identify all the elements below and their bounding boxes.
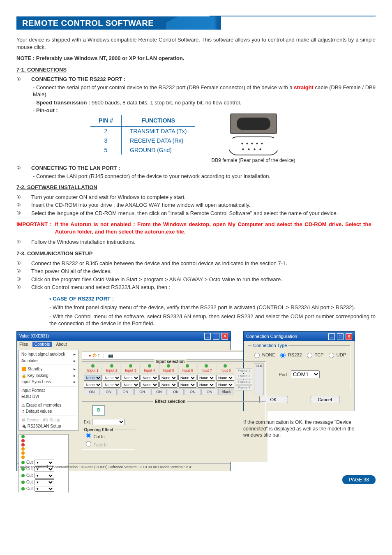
menu-controls[interactable]: Controls [32, 342, 52, 347]
connection-config-window: Connection Configuration _ □ X Connectio… [243, 331, 355, 411]
radio-tcp [307, 353, 312, 358]
cc-title: Connection Configuration [246, 333, 297, 340]
input-selection-group: Input selection Input 1 Input 2 Input 3 … [82, 361, 266, 397]
new-icon[interactable]: ▫ [84, 353, 85, 358]
page-number-badge: PAGE 38 [342, 475, 376, 484]
db9-diagram-icon: ●●●●● ●●●● [228, 136, 279, 155]
input-4[interactable]: Input 4 [141, 363, 159, 374]
note-line: NOTE : Preferably use Windows NT, 2000 o… [16, 55, 376, 62]
pin-header-pin: PIN # [90, 115, 122, 126]
rs232-line1: - Connect the serial port of your contro… [33, 84, 376, 98]
opening-effect-group: Opening Effect Cut In Fade In [82, 430, 135, 450]
bullet-num: ① [16, 76, 31, 83]
cancel-button[interactable]: Cancel [311, 396, 339, 403]
menu-bar: Files Controls About [17, 341, 231, 349]
record-icon[interactable]: ● [89, 353, 91, 358]
rs232-line3: - Pin-out : [33, 107, 376, 114]
case-rs232-title: • CASE OF RS232 PORT : [49, 295, 376, 303]
heading-7-1: 7-1. CONNECTIONS [16, 66, 376, 74]
effect-selection-group: Effect selection B Ext. [82, 401, 266, 427]
menu-files[interactable]: Files [19, 342, 28, 347]
close-icon[interactable]: X [221, 333, 228, 340]
important-note: IMPORTANT : If the Autorun is not enable… [16, 221, 376, 235]
effect-b-button[interactable]: B [92, 405, 105, 416]
connector-photo-icon [230, 113, 277, 134]
pin-table: PIN # FUNCTIONS 2TRANSMIT DATA (Tx) 3REC… [90, 115, 195, 155]
link-icon[interactable]: ⇆ [97, 353, 99, 358]
input-5[interactable]: Input 5 [159, 363, 178, 374]
close-icon[interactable]: X [346, 333, 352, 340]
sub-heading-lan: CONNECTING TO THE LAN PORT : [31, 164, 376, 172]
rs232-line2: - Speed transmission : 9600 bauds, 8 dat… [33, 99, 376, 106]
fade-in-radio [86, 441, 91, 446]
section-title: REMOTE CONTROL SOFTWARE [16, 16, 166, 30]
radio-rs232 [280, 353, 286, 358]
menu-about[interactable]: About [56, 342, 67, 347]
pin-header-fn: FUNCTIONS [122, 115, 195, 126]
ext-select[interactable] [92, 419, 125, 425]
port-select[interactable]: COM1 [291, 370, 320, 378]
maximize-icon[interactable]: □ [337, 333, 344, 340]
connection-type-group: Connection Type NONE RS232 TCP UDP Port … [248, 345, 350, 390]
maximize-icon[interactable]: □ [213, 333, 219, 340]
cut-in-radio [86, 433, 91, 438]
minimize-icon[interactable]: _ [204, 333, 211, 340]
case-rs232-l2: - With the Control menu of the software,… [49, 313, 376, 327]
software-main-window: Value (OXE831) _ □ X Files Controls Abou… [16, 331, 231, 471]
section-title-bar: REMOTE CONTROL SOFTWARE [16, 16, 376, 30]
case-rs232-l1: - With the front panel display menu of t… [49, 304, 376, 311]
sub-heading-rs232: CONNECTING TO THE RS232 PORT : [31, 76, 376, 83]
controls-dropdown: No input signal autolock▸ Autotake▸ 🟧 St… [18, 350, 78, 431]
heading-7-2: 7-2. SOFTWARE INSTALLATION [16, 184, 376, 191]
input-6[interactable]: Input 6 [178, 363, 196, 374]
camera-icon[interactable]: 📷 [108, 353, 113, 358]
input-7[interactable]: Input 7 [197, 363, 215, 374]
minimize-icon[interactable]: _ [328, 333, 335, 340]
heading-7-3: 7-3. COMMUNICATION SETUP [16, 250, 376, 257]
power-icon[interactable]: ⏻ [92, 353, 97, 358]
input-3[interactable]: Input 3 [122, 363, 140, 374]
bullet-num: ② [16, 164, 31, 172]
input-8[interactable]: Input 8 [216, 363, 234, 374]
lan-line1: - Connect the LAN port (RJ45 connector) … [33, 173, 376, 180]
status-bar: Device connected Communication : RS-232 … [17, 463, 231, 470]
intro-paragraph: Your device is shipped with a Windows co… [16, 36, 376, 51]
radio-none [254, 353, 260, 358]
effects-submenu: Cut▾ Cut▾ Cut▾ Cut▾ Cut▾ Cut▾ 🛠 Settings… [18, 434, 69, 493]
port-label: Port : [279, 372, 289, 377]
window-title: Value (OXE831) [19, 333, 49, 339]
radio-udp [329, 353, 334, 358]
input-2[interactable]: Input 2 [103, 363, 121, 374]
connector-figure: ●●●●● ●●●● DB9 female (Rear panel of the… [211, 113, 295, 164]
connector-caption: DB9 female (Rear panel of the device) [211, 157, 295, 164]
input-1[interactable]: Input 1 [84, 363, 102, 374]
